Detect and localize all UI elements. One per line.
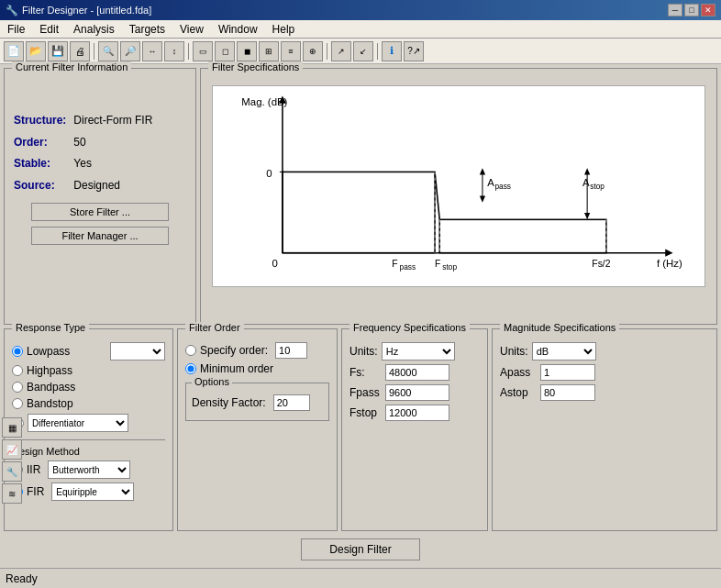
export-button[interactable]: ↗ (331, 41, 351, 61)
response-bandpass-radio[interactable] (12, 382, 23, 393)
apass-row: Apass 1 (500, 364, 709, 381)
response-bandstop-row: Bandstop (12, 397, 165, 410)
svg-text:pass: pass (494, 182, 511, 191)
response-bandstop-label: Bandstop (27, 397, 73, 410)
filter-manager-button[interactable]: Filter Manager ... (31, 227, 169, 245)
minimum-order-radio[interactable] (185, 363, 196, 374)
source-label: Source: (14, 176, 72, 196)
source-value: Designed (73, 176, 152, 196)
menu-analysis[interactable]: Analysis (66, 21, 122, 38)
menu-file[interactable]: File (0, 21, 32, 38)
order-label: Order: (14, 133, 72, 153)
menu-view[interactable]: View (172, 21, 211, 38)
fir-dropdown[interactable]: Equiripple Least Squares Window (51, 483, 134, 501)
iir-dropdown[interactable]: Butterworth Chebyshev I Chebyshev II Ell… (48, 460, 130, 479)
store-filter-button[interactable]: Store Filter ... (31, 203, 169, 221)
save-button[interactable]: 💾 (48, 41, 68, 61)
separator-2 (188, 43, 189, 60)
current-filter-panel: Current Filter Information Structure: Di… (4, 68, 196, 325)
line1-button[interactable]: ◼ (237, 41, 257, 61)
side-icon-1[interactable]: ▦ (2, 417, 22, 438)
specify-order-input[interactable]: 10 (275, 342, 307, 359)
fstop-row: Fstop 12000 (349, 405, 480, 421)
stable-label: Stable: (14, 154, 72, 174)
minimize-button[interactable]: ─ (668, 4, 682, 17)
response-lowpass-row: Lowpass (12, 342, 165, 361)
apass-label: Apass (500, 366, 537, 379)
menu-window[interactable]: Window (211, 21, 265, 38)
svg-text:F: F (392, 259, 397, 269)
astop-input[interactable]: 80 (540, 384, 595, 401)
fpass-input[interactable]: 9600 (385, 384, 449, 401)
svg-text:F: F (435, 259, 440, 269)
mag-spec-title: Magnitude Specifications (500, 322, 619, 333)
side-icon-4[interactable]: ≋ (2, 483, 22, 504)
open-button[interactable]: 📂 (26, 41, 46, 61)
specify-order-radio[interactable] (185, 345, 196, 356)
side-icon-2[interactable]: 📈 (2, 439, 22, 460)
density-factor-input[interactable]: 20 (273, 394, 310, 411)
density-factor-label: Density Factor: (192, 396, 266, 409)
response-lowpass-radio[interactable] (12, 346, 23, 357)
window-title: Filter Designer - [untitled.fda] (22, 5, 151, 16)
menu-targets[interactable]: Targets (122, 21, 172, 38)
zoom-h-button[interactable]: ↔ (142, 41, 162, 61)
filter-specs-panel: Filter Specifications Mag. (dB) f (Hz) (200, 68, 717, 325)
maximize-button[interactable]: □ (684, 4, 699, 17)
menu-help[interactable]: Help (265, 21, 303, 38)
lowpass-dropdown[interactable] (110, 342, 165, 361)
svg-text:pass: pass (400, 262, 416, 272)
iir-label: IIR (27, 463, 40, 476)
close-button[interactable]: ✕ (701, 4, 715, 17)
mag-units-dropdown[interactable]: dB Linear (532, 342, 596, 361)
filter-order-title: Filter Order (185, 322, 244, 333)
pan-button[interactable]: ◻ (215, 41, 235, 61)
mag-units-label: Units: (500, 345, 528, 358)
side-icon-3[interactable]: 🔧 (2, 461, 22, 482)
fs-input[interactable]: 48000 (385, 364, 449, 381)
zoom-in-button[interactable]: 🔍 (98, 41, 118, 61)
filter-info-grid: Structure: Direct-Form FIR Order: 50 Sta… (12, 109, 188, 197)
svg-text:Fs/2: Fs/2 (592, 259, 610, 269)
filter-specs-title: Filter Specifications (208, 61, 303, 72)
zoom-v-button[interactable]: ↕ (164, 41, 184, 61)
svg-text:0: 0 (266, 168, 272, 179)
help-button[interactable]: ?↗ (404, 41, 424, 61)
astop-label: Astop (500, 386, 537, 399)
left-side-icons: ▦ 📈 🔧 ≋ (2, 417, 22, 504)
grid-button[interactable]: ≡ (281, 41, 301, 61)
bottom-panels: ▦ 📈 🔧 ≋ Response Type Lowpass Highpass B… (4, 328, 717, 531)
menu-bar: File Edit Analysis Targets View Window H… (0, 20, 721, 39)
line2-button[interactable]: ⊞ (259, 41, 279, 61)
fstop-input[interactable]: 12000 (385, 405, 449, 421)
specify-order-row: Specify order: 10 (185, 342, 329, 359)
response-highpass-radio[interactable] (12, 365, 23, 376)
info-button[interactable]: ℹ (382, 41, 402, 61)
fir-row: FIR Equiripple Least Squares Window (12, 483, 165, 501)
menu-edit[interactable]: Edit (32, 21, 66, 38)
separator-1 (94, 43, 94, 60)
svg-text:0: 0 (272, 258, 278, 269)
astop-row: Astop 80 (500, 384, 709, 401)
differentiator-dropdown[interactable]: Differentiator Hilbert (28, 414, 128, 432)
stable-value: Yes (73, 154, 152, 174)
structure-value: Direct-Form FIR (73, 111, 152, 131)
import-button[interactable]: ↙ (353, 41, 373, 61)
app-icon: 🔧 (6, 5, 18, 17)
print-button[interactable]: 🖨 (70, 41, 90, 61)
apass-input[interactable]: 1 (540, 364, 595, 381)
zoom-out-button[interactable]: 🔎 (120, 41, 140, 61)
design-method-title: Design Method (12, 439, 165, 457)
design-filter-button[interactable]: Design Filter (301, 538, 419, 560)
fstop-label: Fstop (349, 406, 382, 419)
minimum-order-row: Minimum order (185, 362, 329, 375)
new-button[interactable]: 📄 (4, 41, 24, 61)
response-bandstop-radio[interactable] (12, 398, 23, 409)
response-type-panel: Response Type Lowpass Highpass Bandpass … (4, 328, 173, 531)
scale-button[interactable]: ⊕ (303, 41, 323, 61)
response-highpass-row: Highpass (12, 364, 165, 377)
freq-units-dropdown[interactable]: Hz kHz MHz Normalized (382, 342, 455, 361)
svg-text:A: A (487, 177, 494, 188)
select-button[interactable]: ▭ (193, 41, 213, 61)
main-area: Current Filter Information Structure: Di… (0, 64, 721, 568)
